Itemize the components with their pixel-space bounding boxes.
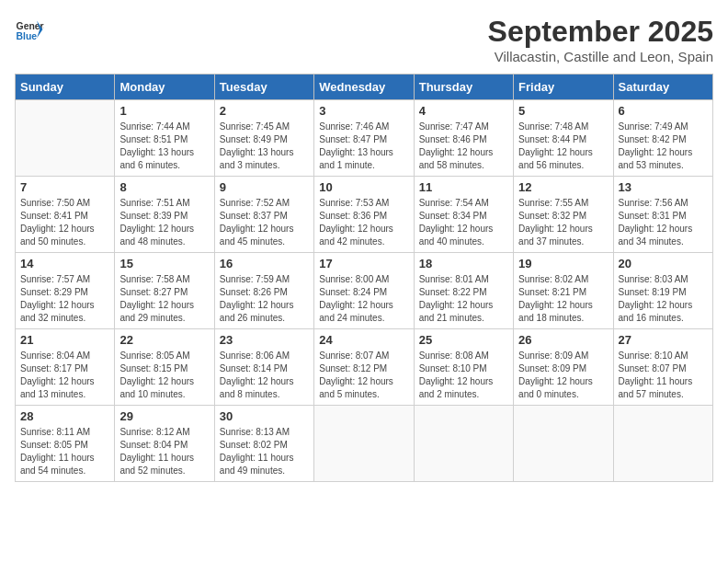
day-cell: 7Sunrise: 7:50 AM Sunset: 8:41 PM Daylig… [16,177,115,253]
day-cell: 5Sunrise: 7:48 AM Sunset: 8:44 PM Daylig… [514,100,613,177]
col-header-wednesday: Wednesday [314,75,414,100]
day-info: Sunrise: 8:10 AM Sunset: 8:07 PM Dayligh… [619,350,708,401]
col-header-tuesday: Tuesday [214,75,313,100]
day-cell: 24Sunrise: 8:07 AM Sunset: 8:12 PM Dayli… [314,329,414,406]
day-info: Sunrise: 7:56 AM Sunset: 8:31 PM Dayligh… [619,197,708,248]
day-info: Sunrise: 7:55 AM Sunset: 8:32 PM Dayligh… [518,197,608,248]
day-info: Sunrise: 8:08 AM Sunset: 8:10 PM Dayligh… [419,350,508,401]
day-cell [314,406,414,482]
day-number: 28 [20,409,109,423]
svg-text:Blue: Blue [17,31,38,41]
day-number: 11 [419,180,508,194]
col-header-monday: Monday [115,75,214,100]
day-info: Sunrise: 8:07 AM Sunset: 8:12 PM Dayligh… [319,350,408,401]
day-cell: 13Sunrise: 7:56 AM Sunset: 8:31 PM Dayli… [613,177,712,253]
day-info: Sunrise: 8:12 AM Sunset: 8:04 PM Dayligh… [119,426,209,477]
day-number: 8 [119,180,209,194]
day-number: 20 [619,257,708,270]
day-info: Sunrise: 7:48 AM Sunset: 8:44 PM Dayligh… [518,121,608,172]
day-cell: 25Sunrise: 8:08 AM Sunset: 8:10 PM Dayli… [414,329,513,406]
day-info: Sunrise: 8:00 AM Sunset: 8:24 PM Dayligh… [319,273,408,325]
day-info: Sunrise: 7:50 AM Sunset: 8:41 PM Dayligh… [20,197,109,248]
day-cell: 17Sunrise: 8:00 AM Sunset: 8:24 PM Dayli… [314,253,414,329]
day-info: Sunrise: 8:13 AM Sunset: 8:02 PM Dayligh… [220,426,309,477]
col-header-thursday: Thursday [414,75,513,100]
day-cell: 27Sunrise: 8:10 AM Sunset: 8:07 PM Dayli… [613,329,712,406]
day-number: 18 [419,257,508,270]
week-row-3: 21Sunrise: 8:04 AM Sunset: 8:17 PM Dayli… [16,329,713,406]
day-info: Sunrise: 8:06 AM Sunset: 8:14 PM Dayligh… [220,350,309,401]
day-cell: 8Sunrise: 7:51 AM Sunset: 8:39 PM Daylig… [115,177,214,253]
day-number: 30 [220,409,309,423]
day-number: 7 [20,180,109,194]
day-cell: 15Sunrise: 7:58 AM Sunset: 8:27 PM Dayli… [115,253,214,329]
week-row-4: 28Sunrise: 8:11 AM Sunset: 8:05 PM Dayli… [16,406,713,482]
day-cell: 28Sunrise: 8:11 AM Sunset: 8:05 PM Dayli… [16,406,115,482]
day-info: Sunrise: 8:05 AM Sunset: 8:15 PM Dayligh… [119,350,209,401]
logo: General Blue [15,15,48,44]
day-info: Sunrise: 8:09 AM Sunset: 8:09 PM Dayligh… [518,350,608,401]
day-cell: 29Sunrise: 8:12 AM Sunset: 8:04 PM Dayli… [115,406,214,482]
day-cell: 23Sunrise: 8:06 AM Sunset: 8:14 PM Dayli… [214,329,313,406]
col-header-saturday: Saturday [613,75,712,100]
day-info: Sunrise: 7:52 AM Sunset: 8:37 PM Dayligh… [220,197,309,248]
day-info: Sunrise: 8:04 AM Sunset: 8:17 PM Dayligh… [20,350,109,401]
day-number: 21 [20,333,109,347]
week-row-0: 1Sunrise: 7:44 AM Sunset: 8:51 PM Daylig… [16,100,713,177]
day-info: Sunrise: 8:02 AM Sunset: 8:21 PM Dayligh… [518,273,608,325]
day-info: Sunrise: 7:54 AM Sunset: 8:34 PM Dayligh… [419,197,508,248]
day-number: 27 [619,333,708,347]
day-info: Sunrise: 7:58 AM Sunset: 8:27 PM Dayligh… [119,273,209,325]
day-cell: 9Sunrise: 7:52 AM Sunset: 8:37 PM Daylig… [214,177,313,253]
day-cell: 2Sunrise: 7:45 AM Sunset: 8:49 PM Daylig… [214,100,313,177]
day-cell: 11Sunrise: 7:54 AM Sunset: 8:34 PM Dayli… [414,177,513,253]
day-cell [414,406,513,482]
day-info: Sunrise: 7:47 AM Sunset: 8:46 PM Dayligh… [419,121,508,172]
day-cell: 3Sunrise: 7:46 AM Sunset: 8:47 PM Daylig… [314,100,414,177]
day-number: 24 [319,333,408,347]
location: Villacastin, Castille and Leon, Spain [488,49,713,64]
day-number: 29 [119,409,209,423]
week-row-1: 7Sunrise: 7:50 AM Sunset: 8:41 PM Daylig… [16,177,713,253]
day-info: Sunrise: 7:45 AM Sunset: 8:49 PM Dayligh… [220,121,309,172]
day-info: Sunrise: 8:01 AM Sunset: 8:22 PM Dayligh… [419,273,508,325]
page-header: General Blue September 2025 Villacastin,… [15,15,713,64]
col-header-sunday: Sunday [16,75,115,100]
logo-icon: General Blue [15,15,44,44]
day-number: 26 [518,333,608,347]
day-number: 4 [419,104,508,118]
day-cell: 1Sunrise: 7:44 AM Sunset: 8:51 PM Daylig… [115,100,214,177]
week-row-2: 14Sunrise: 7:57 AM Sunset: 8:29 PM Dayli… [16,253,713,329]
day-cell: 4Sunrise: 7:47 AM Sunset: 8:46 PM Daylig… [414,100,513,177]
day-info: Sunrise: 7:57 AM Sunset: 8:29 PM Dayligh… [20,273,109,325]
day-cell [16,100,115,177]
day-number: 16 [220,257,309,270]
day-cell: 20Sunrise: 8:03 AM Sunset: 8:19 PM Dayli… [613,253,712,329]
col-header-friday: Friday [514,75,613,100]
day-number: 15 [119,257,209,270]
day-info: Sunrise: 7:59 AM Sunset: 8:26 PM Dayligh… [220,273,309,325]
day-info: Sunrise: 8:11 AM Sunset: 8:05 PM Dayligh… [20,426,109,477]
calendar-header-row: SundayMondayTuesdayWednesdayThursdayFrid… [16,75,713,100]
day-number: 14 [20,257,109,270]
day-number: 10 [319,180,408,194]
day-cell: 19Sunrise: 8:02 AM Sunset: 8:21 PM Dayli… [514,253,613,329]
calendar-table: SundayMondayTuesdayWednesdayThursdayFrid… [15,74,713,482]
day-cell [613,406,712,482]
day-info: Sunrise: 7:51 AM Sunset: 8:39 PM Dayligh… [119,197,209,248]
day-number: 3 [319,104,408,118]
day-number: 6 [619,104,708,118]
day-cell: 30Sunrise: 8:13 AM Sunset: 8:02 PM Dayli… [214,406,313,482]
day-info: Sunrise: 7:44 AM Sunset: 8:51 PM Dayligh… [119,121,209,172]
day-info: Sunrise: 7:49 AM Sunset: 8:42 PM Dayligh… [619,121,708,172]
day-info: Sunrise: 8:03 AM Sunset: 8:19 PM Dayligh… [619,273,708,325]
day-info: Sunrise: 7:53 AM Sunset: 8:36 PM Dayligh… [319,197,408,248]
title-block: September 2025 Villacastin, Castille and… [488,15,713,64]
day-cell: 22Sunrise: 8:05 AM Sunset: 8:15 PM Dayli… [115,329,214,406]
day-cell: 16Sunrise: 7:59 AM Sunset: 8:26 PM Dayli… [214,253,313,329]
day-cell: 14Sunrise: 7:57 AM Sunset: 8:29 PM Dayli… [16,253,115,329]
month-title: September 2025 [488,15,713,49]
day-number: 23 [220,333,309,347]
day-cell: 26Sunrise: 8:09 AM Sunset: 8:09 PM Dayli… [514,329,613,406]
day-number: 17 [319,257,408,270]
